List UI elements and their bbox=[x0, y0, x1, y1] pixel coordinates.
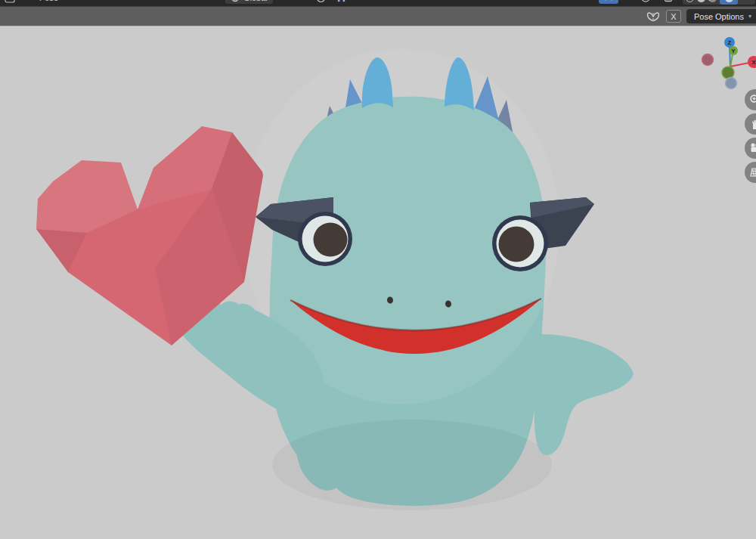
navigation-gizmo[interactable]: Z Y X bbox=[702, 37, 756, 89]
axis-neg-z-ball[interactable] bbox=[726, 78, 737, 89]
pose-options-label: Pose Options bbox=[694, 12, 744, 21]
viewport-nav-tools bbox=[745, 89, 756, 184]
3d-viewport[interactable]: Z Y X bbox=[0, 26, 756, 539]
pan-hand-icon[interactable] bbox=[745, 113, 756, 135]
pose-options-dropdown[interactable]: Pose Options ▾ bbox=[686, 9, 756, 23]
snap-magnet-icon[interactable]: ▾ bbox=[336, 0, 352, 6]
axis-z-ball[interactable]: Z bbox=[724, 37, 735, 48]
tool-settings-bar: X Pose Options ▾ bbox=[0, 6, 756, 26]
zoom-icon[interactable] bbox=[745, 89, 756, 110]
character-right-arm bbox=[534, 334, 634, 455]
orientation-label: Global bbox=[243, 0, 268, 2]
mirror-x-label: X bbox=[671, 12, 676, 21]
svg-text:Y: Y bbox=[731, 48, 736, 54]
dropdown-chevron[interactable]: ▾ bbox=[569, 0, 572, 6]
axis-x-ball[interactable]: X bbox=[748, 56, 756, 68]
character-right-eye bbox=[492, 215, 548, 271]
mirror-x-toggle[interactable]: X bbox=[666, 10, 681, 23]
shading-solid-icon[interactable] bbox=[697, 0, 705, 2]
character-left-eye bbox=[298, 212, 352, 266]
shading-rendered-active[interactable] bbox=[720, 0, 738, 5]
toggle-xray-icon[interactable] bbox=[664, 0, 673, 6]
proportional-editing-icon[interactable] bbox=[316, 0, 326, 6]
editor-type-icon[interactable]: ▾ bbox=[5, 0, 21, 6]
mode-dropdown[interactable]: Pose bbox=[39, 0, 58, 6]
character-body bbox=[242, 49, 559, 510]
mode-label: Pose bbox=[39, 0, 58, 2]
globe-icon bbox=[231, 0, 240, 2]
shading-mode-group bbox=[683, 0, 755, 6]
axis-neg-y-ball[interactable] bbox=[722, 67, 734, 79]
show-overlays-icon[interactable] bbox=[640, 0, 651, 6]
shading-material-icon[interactable] bbox=[708, 0, 717, 2]
axis-neg-x-ball[interactable] bbox=[702, 54, 714, 66]
shading-rendered-icon bbox=[725, 0, 733, 2]
svg-text:Z: Z bbox=[728, 39, 732, 46]
gizmo-orb-icon bbox=[604, 0, 613, 2]
shading-wireframe-icon[interactable] bbox=[686, 0, 694, 2]
main-header-bar: ▾ Pose Global ▾ ▾ bbox=[0, 0, 756, 6]
grid-ortho-icon[interactable] bbox=[745, 162, 756, 183]
butterfly-mirror-icon[interactable] bbox=[646, 11, 661, 23]
svg-text:X: X bbox=[751, 59, 756, 66]
camera-view-icon[interactable] bbox=[745, 138, 756, 159]
3d-scene: Z Y X bbox=[0, 26, 756, 539]
orientation-dropdown[interactable]: Global bbox=[225, 0, 273, 6]
chevron-down-icon: ▾ bbox=[18, 0, 21, 2]
show-gizmo-toggle[interactable] bbox=[599, 0, 618, 6]
chevron-down-icon: ▾ bbox=[748, 13, 751, 20]
axis-y-ball[interactable]: Y bbox=[729, 46, 738, 55]
